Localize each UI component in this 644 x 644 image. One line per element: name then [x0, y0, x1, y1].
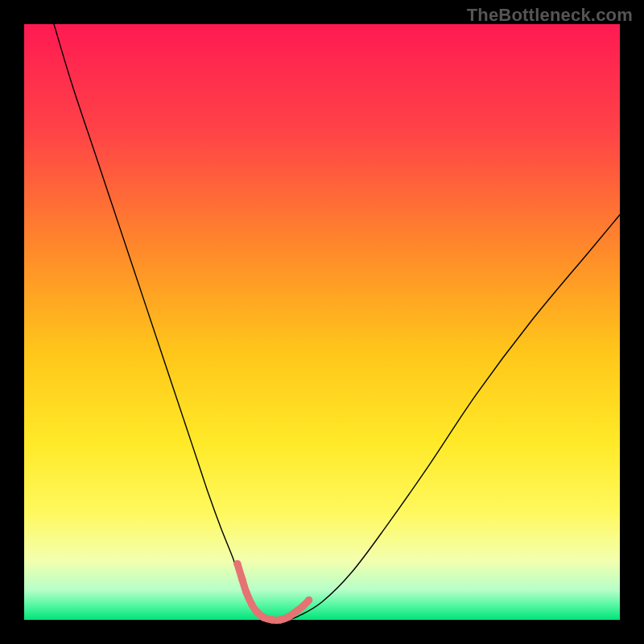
- valley-highlight-dot: [260, 613, 267, 621]
- valley-highlight-dot: [238, 576, 246, 583]
- valley-highlight-dot: [268, 616, 275, 623]
- valley-highlight-dot: [277, 616, 284, 623]
- valley-highlight-dot: [253, 608, 260, 615]
- chart-svg: [0, 0, 644, 644]
- watermark-text: TheBottleneck.com: [467, 5, 633, 26]
- valley-highlight-dot: [299, 602, 307, 609]
- valley-highlight-dot: [305, 597, 312, 604]
- valley-highlight-dot: [293, 607, 300, 614]
- chart-container: TheBottleneck.com: [0, 0, 644, 644]
- valley-highlight-dot: [248, 601, 255, 608]
- valley-highlight-dot: [242, 588, 250, 596]
- valley-highlight-dot: [285, 613, 292, 621]
- valley-highlight-dot: [233, 560, 241, 568]
